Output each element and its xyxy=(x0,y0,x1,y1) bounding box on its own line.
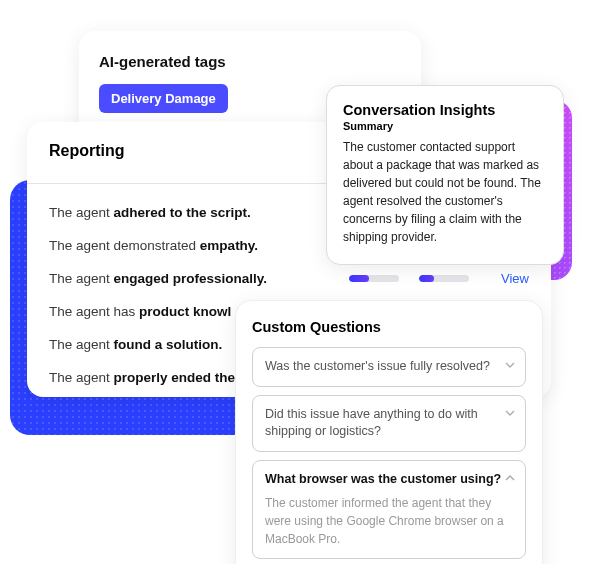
question-text: Was the customer's issue fully resolved? xyxy=(265,358,513,376)
report-bar-auto xyxy=(409,275,479,282)
custom-questions-card: Custom Questions Was the customer's issu… xyxy=(235,300,543,564)
question-answer: The customer informed the agent that the… xyxy=(265,494,513,548)
insights-body: The customer contacted support about a p… xyxy=(343,138,547,246)
custom-questions-list: Was the customer's issue fully resolved?… xyxy=(252,347,526,559)
report-row: The agent engaged professionally.View xyxy=(49,262,529,295)
ai-tags-title: AI-generated tags xyxy=(99,53,401,70)
insights-subtitle: Summary xyxy=(343,120,547,132)
question-item[interactable]: What browser was the customer using?The … xyxy=(252,460,526,560)
report-label: The agent engaged professionally. xyxy=(49,271,339,286)
question-text: What browser was the customer using? xyxy=(265,471,513,489)
chevron-down-icon xyxy=(505,408,515,418)
custom-questions-title: Custom Questions xyxy=(252,319,526,335)
chevron-down-icon xyxy=(505,360,515,370)
report-bar-manual xyxy=(339,275,409,282)
question-text: Did this issue have anything to do with … xyxy=(265,406,513,441)
question-item[interactable]: Did this issue have anything to do with … xyxy=(252,395,526,452)
view-link[interactable]: View xyxy=(479,271,529,286)
report-label: The agent adhered to the script. xyxy=(49,205,339,220)
report-label: The agent demonstrated empathy. xyxy=(49,238,339,253)
insights-title: Conversation Insights xyxy=(343,102,547,118)
chevron-up-icon xyxy=(505,473,515,483)
tag-chip-delivery-damage[interactable]: Delivery Damage xyxy=(99,84,228,113)
insights-card: Conversation Insights Summary The custom… xyxy=(326,85,564,265)
question-item[interactable]: Was the customer's issue fully resolved? xyxy=(252,347,526,387)
